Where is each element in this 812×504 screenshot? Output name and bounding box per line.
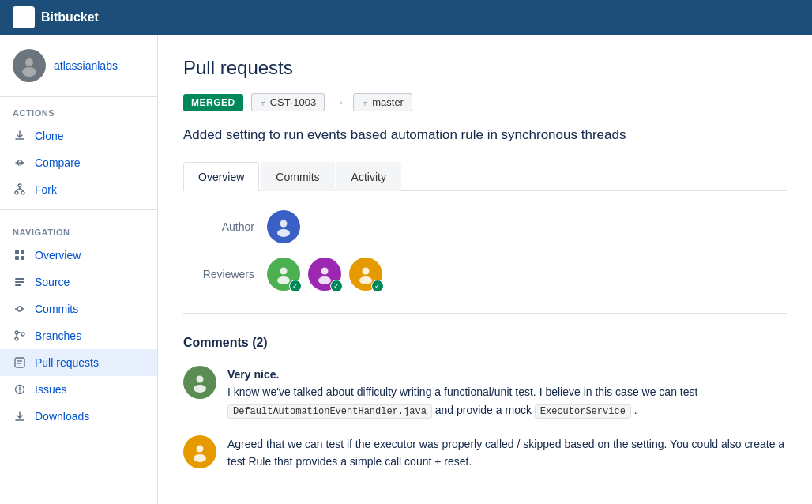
code-2: ExecutorService (535, 404, 631, 419)
issues-icon (13, 382, 27, 397)
author-avatar (267, 210, 300, 243)
reviewer-check-3: ✓ (371, 280, 384, 292)
logo-icon (13, 6, 35, 28)
to-branch-name: master (372, 96, 404, 108)
comment-avatar-1 (183, 366, 216, 399)
comments-section: Comments (2) Very nice. I know we've tal… (183, 336, 787, 471)
pull-requests-icon (13, 355, 27, 370)
comment-strong-1: Very nice. (227, 368, 279, 381)
page-title: Pull requests (183, 57, 787, 79)
sidebar-item-commits[interactable]: Commits (0, 295, 157, 322)
svg-point-30 (363, 267, 370, 274)
svg-rect-5 (15, 250, 19, 254)
comment-avatar-2 (183, 435, 216, 468)
reviewer-3: ✓ (349, 258, 382, 291)
reviewers-label: Reviewers (183, 268, 254, 280)
branches-icon (13, 329, 27, 343)
svg-point-26 (280, 267, 288, 274)
avatar (13, 49, 46, 82)
issues-label: Issues (35, 383, 66, 396)
svg-point-29 (318, 276, 331, 284)
svg-rect-10 (15, 281, 24, 283)
user-name[interactable]: atlassianlabs (54, 59, 118, 72)
svg-point-34 (197, 445, 204, 452)
sidebar-item-downloads[interactable]: Downloads (0, 403, 157, 430)
bitbucket-logo: Bitbucket (13, 6, 99, 28)
sidebar-item-overview[interactable]: Overview (0, 242, 157, 269)
logo-text: Bitbucket (41, 10, 99, 24)
comment-1: Very nice. I know we've talked about dif… (183, 366, 787, 419)
tab-activity[interactable]: Activity (336, 162, 401, 191)
svg-point-2 (18, 184, 21, 187)
pr-people: Author Reviewers (183, 210, 787, 314)
pr-description: Added setting to run events based automa… (183, 126, 787, 145)
svg-point-33 (194, 385, 206, 393)
tab-commits[interactable]: Commits (261, 162, 334, 191)
sidebar-item-source[interactable]: Source (0, 269, 157, 295)
code-1: DefaultAutomationEventHandler.java (227, 404, 432, 419)
reviewers-list: ✓ ✓ (267, 258, 382, 291)
comment-text-2: Agreed that we can test if the executor … (227, 438, 784, 468)
reviewers-row: Reviewers ✓ (183, 258, 787, 291)
sidebar-user: atlassianlabs (0, 35, 157, 97)
sidebar-item-pull-requests[interactable]: Pull requests (0, 349, 157, 376)
overview-icon (13, 248, 27, 262)
compare-icon (13, 156, 27, 170)
svg-point-0 (25, 58, 33, 66)
svg-point-12 (17, 307, 22, 311)
svg-point-35 (194, 454, 206, 462)
source-label: Source (35, 276, 70, 288)
actions-label: ACTIONS (0, 97, 157, 122)
reviewer-2: ✓ (308, 258, 341, 291)
to-branch: ⑂ master (353, 93, 412, 111)
merged-badge: MERGED (183, 94, 243, 111)
svg-rect-9 (15, 278, 24, 280)
author-row: Author (183, 210, 787, 243)
pr-tabs: Overview Commits Activity (183, 162, 787, 191)
tab-overview[interactable]: Overview (183, 162, 259, 191)
clone-icon (13, 129, 27, 143)
svg-point-16 (15, 337, 18, 340)
svg-point-28 (321, 267, 329, 274)
svg-point-24 (280, 220, 288, 227)
sidebar-item-branches[interactable]: Branches (0, 322, 157, 349)
pull-requests-label: Pull requests (35, 356, 99, 369)
sidebar-item-issues[interactable]: Issues (0, 376, 157, 403)
downloads-label: Downloads (35, 410, 89, 423)
comment-body-1: Very nice. I know we've talked about dif… (227, 366, 787, 419)
sidebar: atlassianlabs ACTIONS Clone Compare (0, 35, 158, 504)
downloads-icon (13, 409, 27, 423)
comment-text-1: Very nice. I know we've talked about dif… (227, 368, 697, 416)
sidebar-item-clone[interactable]: Clone (0, 122, 157, 149)
svg-rect-8 (21, 256, 24, 260)
clone-label: Clone (35, 130, 64, 142)
commits-icon (13, 302, 27, 316)
author-label: Author (183, 220, 254, 233)
top-navigation: Bitbucket (0, 0, 812, 35)
branch-icon-to: ⑂ (362, 96, 368, 108)
nav-label: NAVIGATION (0, 216, 157, 242)
svg-point-31 (359, 276, 372, 284)
main-content: Pull requests MERGED ⑂ CST-1003 → ⑂ mast… (158, 35, 812, 504)
reviewer-check-2: ✓ (330, 280, 343, 292)
arrow-icon: → (333, 96, 345, 110)
comment-line-1: I know we've talked about difficulty wri… (227, 386, 697, 416)
commits-nav-label: Commits (35, 303, 78, 315)
comment-body-2: Agreed that we can test if the executor … (227, 435, 787, 471)
svg-rect-6 (21, 250, 24, 254)
svg-point-1 (22, 67, 36, 77)
svg-rect-11 (15, 284, 21, 286)
sidebar-item-compare[interactable]: Compare (0, 149, 157, 176)
svg-point-17 (21, 333, 24, 336)
svg-point-23 (19, 391, 21, 393)
from-branch-name: CST-1003 (270, 96, 317, 108)
branch-icon-from: ⑂ (260, 96, 266, 108)
svg-point-25 (277, 229, 290, 237)
sidebar-item-fork[interactable]: Fork (0, 176, 157, 203)
svg-point-3 (15, 191, 18, 194)
svg-point-4 (21, 191, 24, 194)
comment-2: Agreed that we can test if the executor … (183, 435, 787, 471)
branches-label: Branches (35, 329, 81, 342)
compare-label: Compare (35, 156, 81, 169)
fork-icon (13, 182, 27, 197)
